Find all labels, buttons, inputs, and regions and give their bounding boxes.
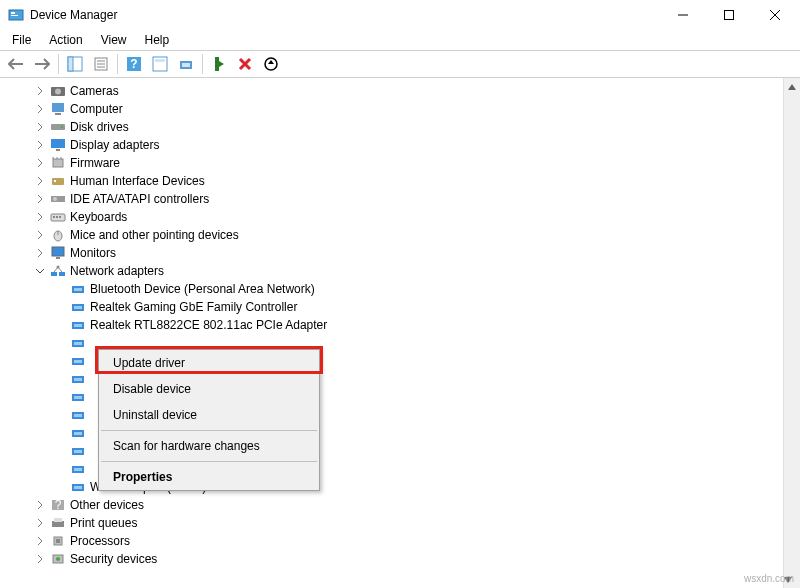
menu-view[interactable]: View (93, 31, 135, 49)
svg-rect-33 (53, 159, 63, 167)
svg-rect-57 (74, 306, 82, 309)
tree-category[interactable]: Human Interface Devices (18, 172, 800, 190)
chevron-right-icon[interactable] (34, 211, 46, 223)
tree-device[interactable]: Bluetooth Device (Personal Area Network) (18, 280, 800, 298)
chevron-right-icon[interactable] (34, 535, 46, 547)
tree-category[interactable]: Network adapters (18, 262, 800, 280)
tree-category[interactable]: Keyboards (18, 208, 800, 226)
tree-category-label: Computer (70, 102, 123, 116)
tree-device-label: Realtek RTL8822CE 802.11ac PCIe Adapter (90, 318, 327, 332)
chevron-right-icon[interactable] (34, 175, 46, 187)
svg-rect-69 (74, 414, 82, 417)
tree-category[interactable]: Firmware (18, 154, 800, 172)
disk-icon (50, 120, 66, 134)
svg-rect-1 (11, 12, 15, 14)
ctx-uninstall-device[interactable]: Uninstall device (99, 402, 319, 428)
svg-rect-59 (74, 324, 82, 327)
svg-rect-16 (155, 59, 165, 62)
camera-icon (50, 84, 66, 98)
chevron-right-icon[interactable] (34, 229, 46, 241)
tree-category[interactable]: IDE ATA/ATAPI controllers (18, 190, 800, 208)
vertical-scrollbar[interactable] (783, 78, 800, 588)
device-tree[interactable]: CamerasComputerDisk drivesDisplay adapte… (0, 78, 800, 572)
ctx-separator (101, 430, 317, 431)
tree-device[interactable]: Realtek RTL8822CE 802.11ac PCIe Adapter (18, 316, 800, 334)
menu-file[interactable]: File (4, 31, 39, 49)
tree-category[interactable]: Print queues (18, 514, 800, 532)
print-icon (50, 516, 66, 530)
toolbar-separator (117, 54, 118, 74)
svg-rect-63 (74, 360, 82, 363)
update-driver-button[interactable] (259, 52, 283, 76)
device-tree-panel: CamerasComputerDisk drivesDisplay adapte… (0, 78, 800, 588)
action-button[interactable] (148, 52, 172, 76)
svg-rect-47 (52, 247, 64, 256)
tree-device[interactable]: Realtek Gaming GbE Family Controller (18, 298, 800, 316)
network-adapter-icon (70, 444, 86, 458)
forward-button[interactable] (30, 52, 54, 76)
svg-rect-67 (74, 396, 82, 399)
maximize-button[interactable] (706, 0, 752, 30)
uninstall-button[interactable] (233, 52, 257, 76)
enable-button[interactable] (207, 52, 231, 76)
close-button[interactable] (752, 0, 798, 30)
hid-icon (50, 174, 66, 188)
svg-text:?: ? (130, 57, 137, 71)
keyboard-icon (50, 210, 66, 224)
chevron-right-icon[interactable] (34, 85, 46, 97)
other-icon: ? (50, 498, 66, 512)
tree-category[interactable]: Disk drives (18, 118, 800, 136)
network-adapter-icon (70, 390, 86, 404)
app-icon (8, 7, 24, 23)
chevron-right-icon[interactable] (34, 121, 46, 133)
menu-action[interactable]: Action (41, 31, 90, 49)
chevron-right-icon[interactable] (34, 103, 46, 115)
chevron-right-icon[interactable] (34, 157, 46, 169)
ctx-disable-device[interactable]: Disable device (99, 376, 319, 402)
network-adapter-icon (70, 372, 86, 386)
chevron-right-icon[interactable] (34, 139, 46, 151)
chevron-down-icon[interactable] (34, 265, 46, 277)
svg-point-40 (53, 197, 57, 201)
menu-help[interactable]: Help (137, 31, 178, 49)
window-controls (660, 0, 798, 30)
ctx-scan-hardware[interactable]: Scan for hardware changes (99, 433, 319, 459)
ctx-update-driver[interactable]: Update driver (99, 350, 319, 376)
svg-point-53 (57, 266, 60, 269)
properties-button[interactable] (89, 52, 113, 76)
back-button[interactable] (4, 52, 28, 76)
svg-point-85 (56, 557, 60, 561)
scan-button[interactable] (174, 52, 198, 76)
tree-category[interactable]: Display adapters (18, 136, 800, 154)
tree-category[interactable]: ?Other devices (18, 496, 800, 514)
scroll-up-icon[interactable] (784, 78, 800, 95)
tree-category[interactable]: Cameras (18, 82, 800, 100)
minimize-button[interactable] (660, 0, 706, 30)
tree-category[interactable]: Security devices (18, 550, 800, 568)
chevron-right-icon[interactable] (34, 553, 46, 565)
svg-marker-24 (268, 60, 274, 64)
tree-category-label: Cameras (70, 84, 119, 98)
tree-category[interactable]: Mice and other pointing devices (18, 226, 800, 244)
chevron-right-icon[interactable] (34, 517, 46, 529)
tree-category[interactable]: Processors (18, 532, 800, 550)
window-title: Device Manager (30, 8, 660, 22)
chevron-right-icon[interactable] (34, 247, 46, 259)
ide-icon (50, 192, 66, 206)
scroll-track[interactable] (784, 95, 800, 571)
chevron-right-icon[interactable] (34, 193, 46, 205)
svg-rect-4 (725, 11, 734, 20)
tree-category-label: Firmware (70, 156, 120, 170)
svg-rect-83 (56, 539, 60, 543)
computer-icon (50, 102, 66, 116)
tree-category-label: Processors (70, 534, 130, 548)
help-button[interactable]: ? (122, 52, 146, 76)
chevron-right-icon[interactable] (34, 499, 46, 511)
tree-category[interactable]: Monitors (18, 244, 800, 262)
tree-category-label: Keyboards (70, 210, 127, 224)
show-hide-tree-button[interactable] (63, 52, 87, 76)
tree-category[interactable]: Computer (18, 100, 800, 118)
network-icon (50, 264, 66, 278)
ctx-properties[interactable]: Properties (99, 464, 319, 490)
svg-point-30 (61, 126, 63, 128)
